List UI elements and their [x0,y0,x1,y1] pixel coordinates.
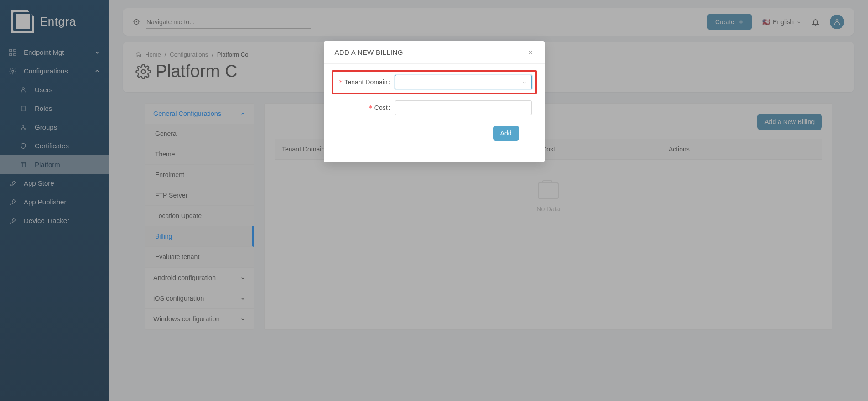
cost-label: *Cost: [337,104,395,111]
cost-input[interactable] [395,100,532,115]
add-billing-modal: ADD A NEW BILLING *Tenant Domain: [324,41,545,162]
close-icon[interactable] [527,49,534,56]
tenant-domain-label: *Tenant Domain: [337,78,395,86]
tenant-domain-select[interactable] [395,75,532,89]
add-button[interactable]: Add [493,126,519,141]
modal-title: ADD A NEW BILLING [335,48,403,56]
chevron-down-icon [522,80,527,85]
modal-overlay[interactable]: ADD A NEW BILLING *Tenant Domain: [0,0,868,401]
tenant-domain-highlight: *Tenant Domain: [332,70,537,94]
